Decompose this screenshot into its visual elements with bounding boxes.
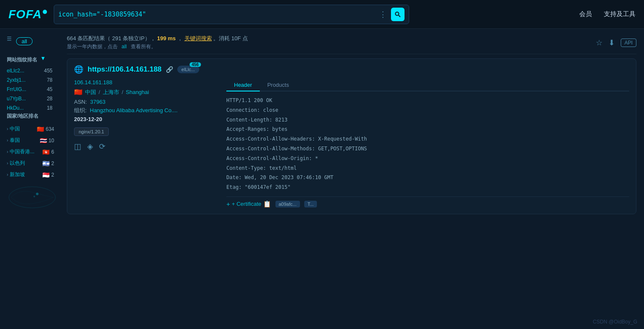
country-count: 634: [46, 126, 54, 132]
more-icon[interactable]: ⋮: [379, 10, 387, 19]
header-line: Content-Type: text/html: [226, 163, 629, 173]
member-link[interactable]: 会员: [579, 10, 592, 18]
country-flag: 🇨🇳: [37, 126, 44, 133]
header-content: HTTP/1.1 200 OKConnection: closeContent-…: [226, 96, 629, 192]
chevron-right-icon: ›: [7, 149, 8, 154]
country-count: 2: [51, 160, 54, 166]
tag-badge[interactable]: elLlc... 456: [177, 66, 199, 73]
main-content: 664 条匹配结果（ 291 条独立IP）， 199 ms ， 关键词搜索 。消…: [59, 29, 644, 319]
country-item[interactable]: ›以色列🇮🇱2: [7, 158, 59, 169]
chevron-right-icon: ›: [7, 172, 8, 177]
server-badge: nginx/1.20.1: [74, 124, 218, 136]
country-flag: 🇨🇳: [74, 88, 83, 96]
all-badge[interactable]: all: [16, 37, 33, 45]
sidebar-items: elLlc2...4552yxbj1...78FrrUlG...45u7YpB.…: [7, 66, 59, 113]
search-input[interactable]: [58, 11, 379, 18]
screenshot-icon[interactable]: ◫: [74, 142, 81, 151]
sidebar-item[interactable]: FrrUlG...45: [7, 85, 59, 94]
download-icon[interactable]: ⬇: [608, 38, 615, 47]
header-line: Access-Control-Allow-Origin: *: [226, 154, 629, 163]
city-link[interactable]: Shanghai: [126, 89, 149, 95]
org-value[interactable]: Hangzhou Alibaba Advertising Co....: [90, 107, 177, 113]
country-item[interactable]: ›中国香港...🇭🇰6: [7, 146, 59, 158]
sidebar-item-count: 455: [44, 68, 52, 74]
country-items: ›中国🇨🇳634›泰国🇹🇭10›中国香港...🇭🇰6›以色列🇮🇱2›新加坡🇸🇬2: [7, 123, 59, 180]
country-label: 新加坡: [10, 171, 41, 178]
chevron-right-icon: ›: [7, 127, 8, 131]
sidebar-item[interactable]: elLlc2...455: [7, 66, 59, 75]
cert-icon: +: [226, 200, 230, 207]
filter-icon[interactable]: ☰: [7, 36, 12, 42]
all-link[interactable]: all: [121, 44, 127, 50]
cert-icon2: 📋: [263, 200, 271, 208]
org-row: 组织: Hangzhou Alibaba Advertising Co....: [74, 107, 218, 114]
star-icon[interactable]: ☆: [596, 38, 603, 47]
sidebar: ☰ all 网站指纹排名 ▼ elLlc2...4552yxbj1...78Fr…: [0, 29, 59, 319]
header-line: HTTP/1.1 200 OK: [226, 96, 629, 105]
support-link[interactable]: 支持及工具: [604, 10, 636, 18]
cert-link[interactable]: + + Certificate 📋: [226, 200, 271, 208]
sidebar-item-count: 18: [47, 105, 52, 111]
svg-line-1: [399, 15, 400, 17]
country-link[interactable]: 中国: [85, 88, 96, 96]
nginx-badge[interactable]: nginx/1.20.1: [74, 127, 109, 136]
country-flag: 🇹🇭: [40, 137, 47, 144]
cert-tag1[interactable]: a09afc...: [275, 201, 300, 207]
topology-icon[interactable]: ◈: [87, 142, 93, 151]
country-item[interactable]: ›泰国🇹🇭10: [7, 135, 59, 146]
refresh-icon[interactable]: ⟳: [99, 142, 105, 151]
cert-label: + Certificate: [232, 201, 261, 207]
sidebar-item[interactable]: HkDu...18: [7, 103, 59, 113]
sidebar-item-label: elLlc2...: [7, 68, 24, 74]
rank-filter-icon[interactable]: ▼: [40, 55, 46, 61]
tab-header[interactable]: Header: [226, 79, 260, 91]
search-go-icon: [391, 8, 405, 21]
tab-row: Header Products: [226, 79, 629, 91]
results-cost: 10F: [231, 35, 241, 41]
results-bar: 664 条匹配结果（ 291 条独立IP）， 199 ms ， 关键词搜索 。消…: [67, 29, 636, 54]
results-sub-suffix: 查看所有。: [131, 44, 156, 50]
card-left: 106.14.161.188 🇨🇳 中国 / 上海市 / Shanghai AS…: [74, 79, 218, 208]
link-icon[interactable]: 🔗: [166, 66, 173, 73]
asn-row: ASN: 37963: [74, 99, 218, 105]
country-flag: 🇮🇱: [42, 160, 50, 167]
sidebar-item-label: FrrUlG...: [7, 86, 26, 92]
sidebar-item[interactable]: 2yxbj1...78: [7, 75, 59, 85]
map-area: [7, 180, 59, 211]
main-layout: ☰ all 网站指纹排名 ▼ elLlc2...4552yxbj1...78Fr…: [0, 29, 644, 319]
date-value: 2023-12-20: [74, 116, 102, 122]
chevron-right-icon: ›: [7, 161, 8, 166]
svg-point-2: [9, 187, 55, 208]
header-line: Access-Control-Allow-Methods: GET,POST,O…: [226, 144, 629, 154]
results-time-suffix: ，: [177, 35, 183, 41]
country-label: 中国香港...: [10, 148, 41, 155]
results-count: 664: [67, 35, 76, 41]
keyword-search-link[interactable]: 关键词搜索: [184, 35, 212, 41]
card-body: 106.14.161.188 🇨🇳 中国 / 上海市 / Shanghai AS…: [74, 79, 629, 208]
results-unique-unit: 条独立IP），: [123, 35, 155, 41]
search-icons: ⋮: [379, 8, 405, 21]
header-line: Access-Control-Allow-Headers: X-Requeste…: [226, 134, 629, 144]
sidebar-item[interactable]: u7YpB...28: [7, 94, 59, 103]
country-item[interactable]: ›中国🇨🇳634: [7, 123, 59, 135]
country-item[interactable]: ›新加坡🇸🇬2: [7, 169, 59, 180]
asn-value[interactable]: 37963: [90, 99, 105, 105]
results-info-block: 664 条匹配结果（ 291 条独立IP）， 199 ms ， 关键词搜索 。消…: [67, 35, 248, 50]
search-button[interactable]: [391, 8, 405, 21]
fingerprint-title: 网站指纹排名: [7, 56, 37, 64]
api-badge[interactable]: API: [621, 39, 636, 47]
province-link[interactable]: 上海市: [103, 88, 119, 96]
country-label: 泰国: [10, 137, 38, 144]
tag-count: 456: [190, 62, 201, 67]
cert-tag2[interactable]: T...: [304, 201, 317, 207]
results-summary: 664 条匹配结果（ 291 条独立IP）， 199 ms ， 关键词搜索 。消…: [67, 35, 248, 42]
tab-products[interactable]: Products: [260, 79, 297, 91]
ip-link[interactable]: 106.14.161.188: [74, 79, 112, 86]
header-line: Etag: "600147ef 2015": [226, 182, 629, 192]
country-count: 6: [51, 149, 54, 155]
org-label: 组织:: [74, 107, 87, 113]
card-url[interactable]: https://106.14.161.188: [88, 65, 162, 74]
filter-lines-icon: ☰: [7, 36, 12, 42]
results-cost-suffix: 点: [242, 35, 248, 41]
svg-point-3: [36, 193, 39, 195]
